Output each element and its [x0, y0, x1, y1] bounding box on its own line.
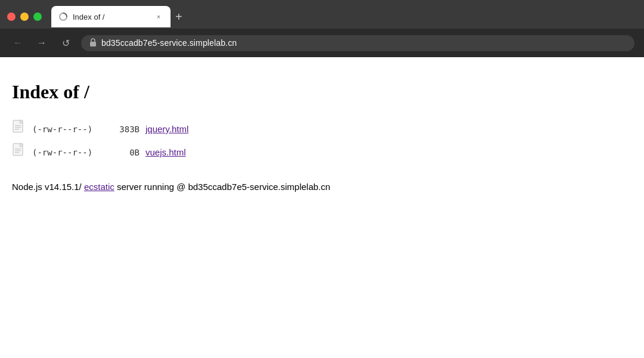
new-tab-button[interactable]: + [171, 6, 187, 27]
title-bar: Index of / × + [0, 0, 644, 29]
svg-rect-1 [90, 42, 96, 46]
file-icon [12, 143, 26, 161]
url-text: bd35ccadb7e5-service.simplelab.cn [101, 38, 237, 48]
minimize-button[interactable] [20, 13, 29, 21]
file-size: 0B [110, 148, 140, 157]
address-bar: ← → ↺ bd35ccadb7e5-service.simplelab.cn [0, 29, 644, 57]
file-list: (-rw-r--r--) 383B jquery.html (-rw-r- [12, 117, 632, 164]
file-link[interactable]: vuejs.html [145, 147, 186, 157]
file-icon [12, 120, 26, 138]
file-permissions: (-rw-r--r--) [32, 124, 104, 134]
lock-icon [89, 38, 97, 48]
close-button[interactable] [7, 13, 16, 21]
reload-button[interactable]: ↺ [57, 35, 74, 51]
page-content: Index of / (-rw-r--r--) 383B jquery.ht [0, 57, 644, 358]
active-tab[interactable]: Index of / × [51, 6, 171, 27]
forward-button[interactable]: → [33, 35, 50, 51]
list-item: (-rw-r--r--) 0B vuejs.html [12, 141, 632, 164]
svg-rect-3 [20, 120, 23, 123]
browser-window: Index of / × + ← → ↺ bd35ccadb7e5-servic… [0, 0, 644, 358]
ecstatic-link[interactable]: ecstatic [84, 182, 114, 192]
window-controls [7, 13, 42, 21]
maximize-button[interactable] [33, 13, 42, 21]
tab-close-button[interactable]: × [154, 12, 163, 21]
footer-prefix: Node.js v14.15.1/ [12, 182, 84, 192]
tab-title: Index of / [73, 13, 149, 21]
footer-suffix: server running @ bd35ccadb7e5-service.si… [114, 182, 330, 192]
list-item: (-rw-r--r--) 383B jquery.html [12, 117, 632, 141]
tab-bar: Index of / × + [51, 6, 637, 27]
url-bar[interactable]: bd35ccadb7e5-service.simplelab.cn [81, 35, 634, 51]
back-button[interactable]: ← [10, 35, 26, 51]
footer-text: Node.js v14.15.1/ ecstatic server runnin… [12, 182, 632, 192]
file-permissions: (-rw-r--r--) [32, 148, 104, 157]
tab-favicon-icon [58, 12, 68, 21]
page-title: Index of / [12, 81, 632, 103]
file-link[interactable]: jquery.html [145, 124, 188, 134]
svg-rect-8 [20, 144, 23, 147]
file-size: 383B [110, 124, 140, 134]
